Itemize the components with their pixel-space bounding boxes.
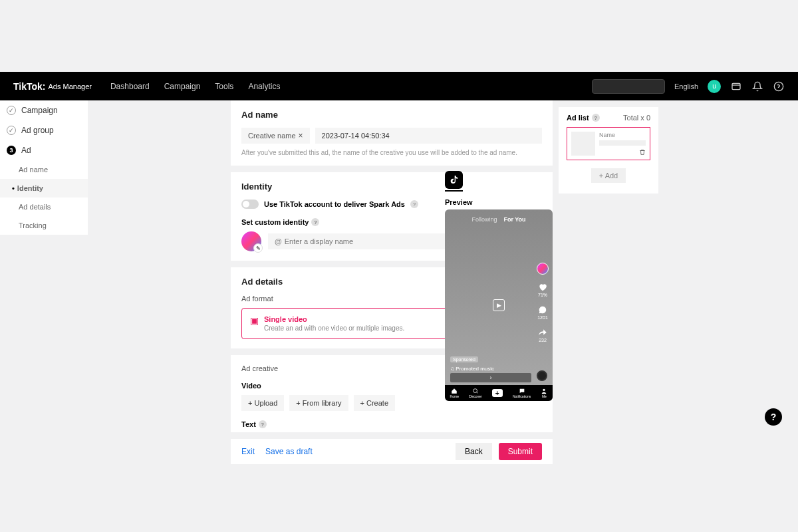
check-icon: ✓: [7, 126, 16, 135]
add-icon: +: [492, 389, 503, 397]
comment-icon: 1201: [537, 305, 548, 320]
preview-avatar: [537, 263, 549, 275]
ad-item-name-label: Name: [599, 132, 646, 138]
ad-name-help: After you've submitted this ad, the name…: [241, 149, 542, 156]
nav-analytics[interactable]: Analytics: [248, 82, 280, 91]
ad-list-title: Ad list?: [567, 114, 600, 122]
text-label: Text?: [241, 420, 542, 428]
svg-rect-0: [732, 83, 740, 89]
info-icon[interactable]: ?: [410, 200, 418, 208]
from-library-button[interactable]: + From library: [289, 395, 348, 411]
step-number-icon: 3: [7, 146, 16, 155]
notifications-icon: Notifications: [513, 388, 531, 398]
exit-button[interactable]: Exit: [241, 447, 255, 456]
format-title: Single video: [264, 315, 404, 323]
like-icon: 71%: [538, 283, 547, 297]
remove-chip-icon[interactable]: ×: [299, 131, 303, 140]
submit-button[interactable]: Submit: [499, 443, 542, 460]
home-icon: Home: [450, 388, 459, 398]
bell-icon[interactable]: [751, 80, 763, 92]
me-icon: Me: [541, 388, 547, 398]
back-button[interactable]: Back: [456, 443, 492, 460]
at-sign-icon: @: [275, 237, 282, 245]
discover-icon: Discover: [469, 388, 481, 398]
share-icon: 232: [538, 328, 547, 342]
svg-point-2: [473, 389, 477, 393]
substep-tracking[interactable]: Tracking: [0, 216, 88, 235]
ad-list-item[interactable]: Name: [567, 127, 650, 160]
nav-dashboard[interactable]: Dashboard: [110, 82, 150, 91]
help-fab[interactable]: ?: [765, 408, 782, 426]
preview-label: Preview: [445, 198, 473, 206]
substep-ad-details[interactable]: Ad details: [0, 198, 88, 216]
add-ad-button[interactable]: + Add: [591, 168, 626, 183]
spark-ads-toggle[interactable]: [241, 200, 259, 209]
identity-avatar[interactable]: [241, 231, 261, 251]
create-video-button[interactable]: + Create: [354, 395, 396, 411]
ad-thumbnail: [571, 132, 595, 156]
brand-subtitle: Ads Manager: [49, 82, 92, 90]
sponsored-badge: Sponsored: [450, 356, 478, 362]
format-desc: Create an ad with one video or multiple …: [264, 325, 404, 332]
ad-name-section: Ad name Creative name× After you've subm…: [231, 100, 553, 166]
placeholder-line: [599, 140, 646, 146]
ad-preview: FollowingFor You ▶ 71% 1201 232 Sponsore…: [445, 209, 553, 401]
svg-point-3: [543, 389, 545, 391]
music-label: ♫ Promoted music: [450, 366, 494, 372]
help-icon[interactable]: [773, 80, 785, 92]
inbox-icon[interactable]: [730, 80, 742, 92]
step-campaign[interactable]: ✓Campaign: [0, 100, 88, 120]
info-icon[interactable]: ?: [259, 420, 267, 428]
delete-ad-button[interactable]: [599, 149, 646, 156]
substep-identity[interactable]: Identity: [0, 179, 88, 198]
svg-point-1: [774, 82, 783, 90]
account-selector[interactable]: [592, 79, 665, 94]
step-ad-group[interactable]: ✓Ad group: [0, 120, 88, 140]
play-icon: ▶: [493, 299, 505, 311]
tiktok-logo-icon: [445, 171, 463, 189]
ad-list-panel: Ad list? Total x 0 Name + Add: [559, 107, 658, 194]
info-icon[interactable]: ?: [311, 218, 319, 226]
spark-ads-label: Use TikTok account to deliver Spark Ads: [264, 200, 405, 208]
save-draft-button[interactable]: Save as draft: [265, 447, 313, 456]
top-nav-bar: TikTok: Ads Manager Dashboard Campaign T…: [0, 72, 798, 100]
steps-sidebar: ✓Campaign ✓Ad group 3Ad Ad name Identity…: [0, 100, 88, 235]
section-title: Ad name: [241, 110, 542, 120]
ad-list-total: Total x 0: [623, 114, 650, 122]
info-icon[interactable]: ?: [592, 114, 600, 122]
check-icon: ✓: [7, 106, 16, 115]
brand-logo: TikTok:: [13, 81, 46, 92]
upload-video-button[interactable]: + Upload: [241, 395, 284, 411]
music-disc-icon: [537, 370, 547, 381]
step-ad[interactable]: 3Ad: [0, 140, 88, 160]
preview-tab-indicator: [445, 190, 463, 192]
preview-bottom-nav: Home Discover + Notifications Me: [445, 385, 553, 401]
section-title: Identity: [241, 182, 542, 192]
language-selector[interactable]: English: [674, 82, 698, 90]
nav-campaign[interactable]: Campaign: [164, 82, 201, 91]
nav-tools[interactable]: Tools: [215, 82, 233, 91]
bottom-action-bar: Exit Save as draft Back Submit: [231, 439, 553, 464]
user-avatar[interactable]: u: [708, 80, 721, 93]
ad-name-input[interactable]: [315, 128, 542, 144]
substep-ad-name[interactable]: Ad name: [0, 160, 88, 179]
creative-name-chip: Creative name×: [241, 128, 310, 144]
preview-feed-tabs: FollowingFor You: [445, 216, 553, 223]
video-icon: ▣: [250, 315, 259, 332]
cta-button: ›: [450, 373, 531, 382]
